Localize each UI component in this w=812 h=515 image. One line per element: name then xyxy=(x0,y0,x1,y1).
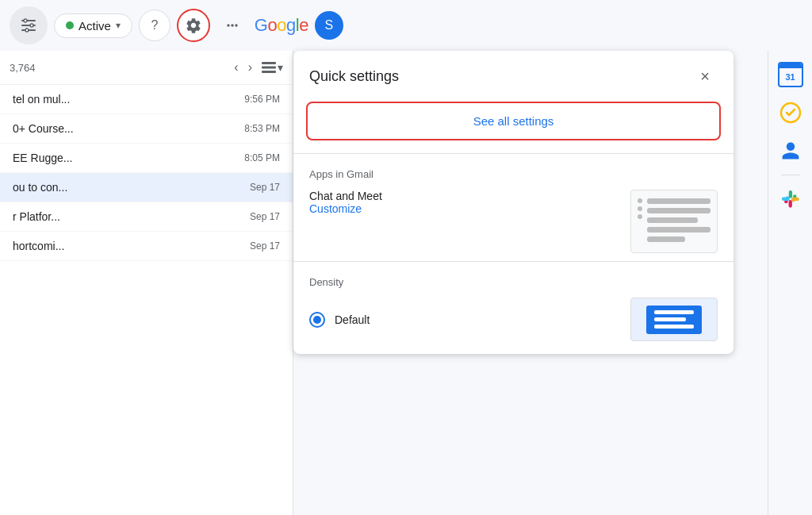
sidebar-item-slack[interactable] xyxy=(773,182,808,217)
help-button[interactable]: ? xyxy=(139,10,170,41)
chat-meet-label: Chat and Meet xyxy=(309,190,382,202)
next-page-button[interactable]: › xyxy=(245,57,255,78)
contacts-icon xyxy=(780,140,801,161)
preview-dot xyxy=(638,206,642,211)
main-area: 3,764 ‹ › ▾ tel on mul... 9:56 PM 0+ Cou… xyxy=(0,51,812,515)
email-time: Sep 17 xyxy=(250,240,280,252)
preview-line xyxy=(647,227,710,233)
email-time: Sep 17 xyxy=(250,211,280,222)
view-toggle-button[interactable]: ▾ xyxy=(262,61,283,74)
svg-rect-7 xyxy=(262,67,276,69)
active-label: Active xyxy=(79,19,111,33)
view-chevron-icon: ▾ xyxy=(278,61,283,74)
email-sender: hortcomi... xyxy=(13,240,243,252)
email-sender: tel on mul... xyxy=(13,93,238,106)
chat-meet-preview xyxy=(630,190,718,253)
preview-dot xyxy=(638,214,642,219)
list-item[interactable]: tel on mul... 9:56 PM xyxy=(0,85,293,114)
google-logo: Google xyxy=(255,15,308,36)
apps-section-label: Apps in Gmail xyxy=(309,160,718,185)
preview-lines xyxy=(647,198,710,242)
list-item[interactable]: hortcomi... Sep 17 xyxy=(0,232,293,261)
density-default-row: Default xyxy=(309,293,718,354)
email-time: Sep 17 xyxy=(250,182,280,193)
avatar[interactable]: S xyxy=(315,11,343,40)
apps-button[interactable] xyxy=(216,10,248,41)
settings-button[interactable] xyxy=(177,9,210,42)
email-sender: ou to con... xyxy=(13,181,243,194)
email-list-header: 3,764 ‹ › ▾ xyxy=(0,51,293,85)
density-line xyxy=(654,310,694,314)
list-item[interactable]: EE Rugge... 8:05 PM xyxy=(0,144,293,173)
quick-settings-title: Quick settings xyxy=(309,68,399,85)
svg-rect-6 xyxy=(262,62,276,64)
tasks-icon xyxy=(779,102,802,124)
svg-point-3 xyxy=(24,19,27,22)
chat-meet-text: Chat and Meet Customize xyxy=(309,190,382,215)
email-sender: 0+ Course... xyxy=(13,122,238,135)
active-status-button[interactable]: Active ▾ xyxy=(54,13,132,38)
density-line xyxy=(654,317,686,321)
sidebar-item-calendar[interactable]: 31 xyxy=(773,57,808,92)
svg-point-5 xyxy=(25,29,29,32)
density-section: Density Default xyxy=(293,261,733,354)
preview-dot xyxy=(638,198,642,203)
sidebar-item-contacts[interactable] xyxy=(773,133,808,168)
preview-dots xyxy=(638,198,642,219)
quick-settings-scroll: Apps in Gmail Chat and Meet Customize xyxy=(293,153,733,354)
calendar-icon: 31 xyxy=(778,62,803,87)
svg-rect-8 xyxy=(262,71,276,73)
email-time: 9:56 PM xyxy=(244,94,280,105)
preview-line xyxy=(647,236,685,242)
default-radio-button[interactable] xyxy=(309,312,325,328)
quick-settings-header: Quick settings × xyxy=(293,51,733,98)
list-view-icon xyxy=(262,62,276,73)
density-lines xyxy=(654,310,694,329)
preview-line xyxy=(647,198,710,204)
close-button[interactable]: × xyxy=(692,63,718,89)
email-count: 3,764 xyxy=(10,62,224,74)
customize-link[interactable]: Customize xyxy=(309,202,382,215)
sidebar-item-tasks[interactable] xyxy=(773,95,808,130)
list-item[interactable]: r Platfor... Sep 17 xyxy=(0,202,293,232)
cal-number: 31 xyxy=(779,68,802,86)
list-item[interactable]: 0+ Course... 8:53 PM xyxy=(0,114,293,144)
chat-meet-row: Chat and Meet Customize xyxy=(309,185,718,261)
svg-point-4 xyxy=(30,24,33,27)
quick-settings-panel: Quick settings × See all settings Apps i… xyxy=(293,51,733,354)
nav-arrows: ‹ › xyxy=(231,57,255,78)
gear-icon xyxy=(185,17,202,34)
prev-page-button[interactable]: ‹ xyxy=(231,57,241,78)
default-density-label: Default xyxy=(335,313,370,326)
email-sender: r Platfor... xyxy=(13,210,243,223)
chevron-down-icon: ▾ xyxy=(116,20,121,31)
filter-button[interactable] xyxy=(10,6,48,44)
density-section-label: Density xyxy=(309,268,718,293)
email-time: 8:53 PM xyxy=(244,123,280,134)
list-item[interactable]: ou to con... Sep 17 xyxy=(0,173,293,202)
sidebar-divider xyxy=(781,175,800,175)
preview-line xyxy=(647,208,710,213)
preview-line xyxy=(647,217,698,223)
header-left: Active ▾ ? Google S xyxy=(10,6,802,44)
density-preview xyxy=(630,298,718,341)
apps-section: Apps in Gmail Chat and Meet Customize xyxy=(293,153,733,261)
help-icon: ? xyxy=(151,18,158,33)
density-line xyxy=(654,325,694,329)
see-all-settings-button[interactable]: See all settings xyxy=(306,102,721,140)
apps-icon xyxy=(224,17,240,33)
email-time: 8:05 PM xyxy=(244,152,280,163)
slack-icon xyxy=(780,189,801,209)
email-sender: EE Rugge... xyxy=(13,152,238,164)
density-preview-inner xyxy=(646,306,702,334)
active-dot xyxy=(66,21,74,29)
email-list: 3,764 ‹ › ▾ tel on mul... 9:56 PM 0+ Cou… xyxy=(0,51,293,515)
radio-inner xyxy=(313,316,321,324)
right-sidebar: 31 xyxy=(768,51,812,515)
header: Active ▾ ? Google S xyxy=(0,0,812,51)
